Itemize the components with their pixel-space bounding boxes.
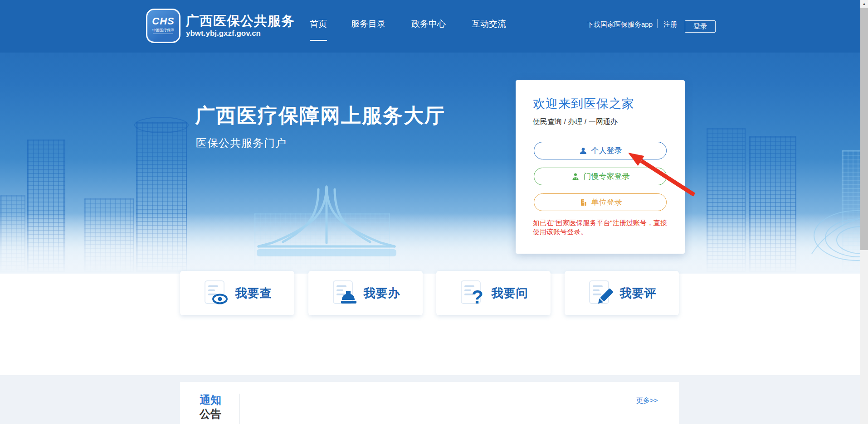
nav-item-home-label: 首页 [310, 19, 327, 29]
site-url: ybwt.ybj.gxzf.gov.cn [186, 29, 261, 38]
nav-item-gov-label: 政务中心 [411, 19, 446, 29]
person-icon [579, 146, 588, 155]
chs-logo: CHS 中国医疗保障 [146, 9, 180, 43]
content-background [0, 274, 868, 375]
login-button[interactable]: 登录 [685, 20, 716, 33]
notice-title-line1: 通知 [200, 393, 221, 407]
scrollbar-thumb[interactable] [860, 8, 868, 250]
quick-action-ask[interactable]: ? 我要问 [436, 271, 551, 315]
page: CHS 中国医疗保障 广西医保公共服务 ybwt.ybj.gxzf.gov.cn… [0, 0, 868, 424]
nav-item-interaction[interactable]: 互动交流 [472, 18, 506, 30]
logo-divider [153, 34, 173, 36]
logo-subtext: 中国医疗保障 [152, 28, 174, 33]
site-title: 广西医保公共服务 [186, 12, 295, 30]
page-scrollbar[interactable]: ▲ [860, 0, 868, 424]
quick-action-query-label: 我要查 [235, 285, 272, 301]
welcome-subtitle: 便民查询 / 办理 / 一网通办 [533, 117, 618, 127]
quick-action-query[interactable]: 我要查 [180, 271, 294, 315]
register-link[interactable]: 注册 [663, 20, 677, 29]
nav-item-gov-center[interactable]: 政务中心 [411, 18, 446, 30]
hero-fade [0, 213, 868, 274]
notice-card: 通知 公告 更多>> [180, 382, 679, 424]
question-icon: ? [459, 280, 485, 306]
notice-title: 通知 公告 [200, 393, 221, 421]
logo-text: CHS [152, 16, 174, 26]
hero-subtitle: 医保公共服务门户 [196, 136, 287, 150]
expert-login-button[interactable]: 门慢专家登录 [534, 168, 667, 185]
nav-item-catalog-label: 服务目录 [351, 19, 385, 29]
personal-login-label: 个人登录 [591, 145, 622, 156]
svg-text:?: ? [472, 286, 483, 306]
quick-action-ask-label: 我要问 [492, 285, 528, 301]
welcome-title: 欢迎来到医保之家 [533, 96, 634, 112]
stamp-icon [331, 280, 357, 306]
quick-action-handle-label: 我要办 [364, 285, 400, 301]
account-note: 如已在"国家医保服务平台"注册过账号，直接使用该账号登录。 [533, 218, 671, 236]
scrollbar-up-arrow[interactable]: ▲ [860, 0, 868, 8]
unit-login-button[interactable]: 单位登录 [534, 193, 667, 211]
welcome-login-card: 欢迎来到医保之家 便民查询 / 办理 / 一网通办 个人登录 门慢专家登录 单位… [516, 80, 685, 254]
unit-login-label: 单位登录 [591, 197, 622, 207]
active-tab-underline [310, 40, 327, 41]
building-icon [579, 198, 588, 207]
notice-title-line2: 公告 [200, 407, 221, 421]
notice-more-link[interactable]: 更多>> [636, 396, 658, 405]
hero-title: 广西医疗保障网上服务大厅 [195, 102, 445, 129]
top-navbar: CHS 中国医疗保障 广西医保公共服务 ybwt.ybj.gxzf.gov.cn… [0, 0, 868, 53]
nav-item-home[interactable]: 首页 [310, 18, 327, 30]
expert-login-label: 门慢专家登录 [584, 171, 630, 182]
quick-action-review[interactable]: 我要评 [565, 271, 679, 315]
quick-action-review-label: 我要评 [620, 285, 657, 301]
nav-divider [657, 19, 658, 28]
notice-divider [239, 394, 240, 424]
personal-login-button[interactable]: 个人登录 [534, 142, 667, 159]
eye-icon [203, 280, 229, 306]
nav-item-interaction-label: 互动交流 [472, 19, 506, 29]
download-app-link[interactable]: 下载国家医保服务app [587, 20, 653, 29]
pencil-icon [587, 280, 614, 306]
doctor-icon [571, 172, 580, 181]
nav-item-service-catalog[interactable]: 服务目录 [351, 18, 385, 30]
quick-action-handle[interactable]: 我要办 [308, 271, 423, 315]
